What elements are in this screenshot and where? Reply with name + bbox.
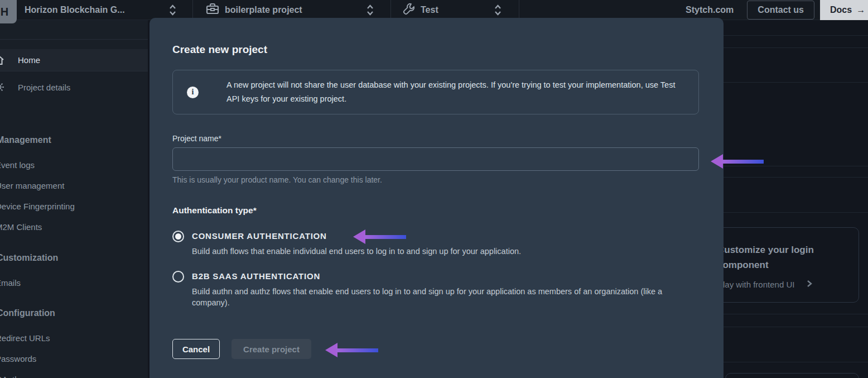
project-switcher-label: boilerplate project: [225, 5, 302, 15]
sidebar-section-customization: Customization: [0, 253, 58, 263]
wrench-icon: [403, 3, 415, 17]
project-name-input[interactable]: [172, 147, 699, 171]
topbar: H Horizon Blockchain G... boilerplate pr…: [0, 0, 868, 20]
stytch-com-link[interactable]: Stytch.com: [686, 5, 734, 15]
sidebar-section-management: Management: [0, 135, 51, 145]
sidebar-item-event-logs[interactable]: Event logs: [0, 160, 35, 170]
radio-option-b2b[interactable]: B2B SAAS AUTHENTICATION Build authn and …: [172, 271, 701, 308]
gear-icon: [0, 82, 6, 93]
environment-switcher[interactable]: Test: [403, 0, 438, 20]
info-banner: i A new project will not share the user …: [172, 70, 699, 114]
radio-consumer-label: CONSUMER AUTHENTICATION: [192, 231, 701, 241]
chevron-right-icon: [806, 280, 813, 289]
sidebar-item-m2m-clients[interactable]: M2M Clients: [0, 222, 42, 232]
arrow-head: [711, 154, 723, 169]
home-icon: [0, 55, 6, 66]
bg-row-divider: [724, 362, 868, 362]
project-name-label: Project name*: [172, 134, 701, 143]
radio-consumer-description: Build auth flows that enable individual …: [192, 246, 697, 257]
bg-row-divider: [724, 212, 868, 213]
info-icon: i: [187, 87, 199, 98]
sidebar-section-configuration: Configuration: [0, 308, 55, 318]
create-project-button[interactable]: Create project: [232, 339, 311, 359]
login-component-card-title: Customize your login component: [717, 242, 837, 272]
chevron-updown-icon[interactable]: [366, 0, 374, 20]
radio-option-consumer[interactable]: CONSUMER AUTHENTICATION Build auth flows…: [172, 231, 701, 257]
bg-row-divider: [724, 82, 868, 83]
project-name-helper: This is usually your product name. You c…: [172, 175, 701, 184]
sidebar-item-home[interactable]: Home: [0, 49, 148, 71]
radio-b2b-label: B2B SAAS AUTHENTICATION: [192, 271, 701, 281]
arrow-right-icon: →: [856, 5, 865, 15]
sidebar-item-passwords[interactable]: Passwords: [0, 354, 36, 363]
page: Customize your login component Play with…: [0, 0, 868, 378]
sidebar-item-user-management[interactable]: User management: [0, 181, 64, 190]
annotation-arrow-create-button: [325, 343, 378, 357]
project-switcher[interactable]: boilerplate project: [206, 0, 302, 20]
chevron-updown-icon[interactable]: [168, 0, 177, 20]
arrow-tail: [364, 235, 406, 239]
sidebar-item-project-details[interactable]: Project details: [0, 76, 148, 98]
info-banner-text: A new project will not share the user da…: [226, 78, 689, 106]
topbar-divider: [192, 0, 193, 20]
radio-b2b-description: Build authn and authz flows that enable …: [192, 286, 697, 308]
org-switcher[interactable]: Horizon Blockchain G...: [25, 0, 125, 20]
contact-us-button[interactable]: Contact us: [747, 1, 814, 20]
chevron-updown-icon[interactable]: [494, 0, 502, 20]
auth-type-label: Authentication type*: [172, 205, 701, 216]
annotation-arrow-consumer-auth: [353, 229, 406, 244]
sidebar-item-device-fingerprinting[interactable]: Device Fingerprinting: [0, 202, 75, 211]
sidebar-divider: [0, 39, 148, 40]
frontend-ui-link-label: Play with frontend UI: [717, 280, 794, 289]
cancel-button[interactable]: Cancel: [172, 339, 220, 359]
frontend-ui-link[interactable]: Play with frontend UI: [717, 280, 847, 289]
sidebar-item-label: Home: [18, 55, 40, 65]
workspace-logo[interactable]: H: [0, 0, 17, 23]
radio-b2b-unselected[interactable]: [172, 271, 184, 283]
briefcase-icon: [206, 3, 219, 17]
docs-button[interactable]: Docs →: [820, 0, 868, 20]
environment-switcher-label: Test: [421, 5, 438, 15]
org-switcher-label: Horizon Blockchain G...: [25, 5, 125, 15]
sidebar-item-oauth[interactable]: OAuth: [0, 375, 20, 378]
arrow-head: [325, 343, 337, 357]
arrow-tail: [722, 160, 764, 164]
arrow-head: [353, 229, 365, 244]
sidebar-item-emails[interactable]: Emails: [0, 278, 21, 288]
bg-card-partial: [725, 373, 859, 378]
bg-row-divider: [724, 327, 868, 327]
arrow-tail: [336, 348, 378, 352]
topbar-divider: [390, 0, 391, 20]
bg-row-divider: [724, 314, 868, 314]
bg-row-divider: [724, 177, 868, 178]
sidebar-item-label: Project details: [18, 83, 70, 92]
radio-consumer-selected[interactable]: [172, 231, 184, 242]
login-component-card: Customize your login component Play with…: [706, 227, 859, 303]
create-project-modal: Create new project i A new project will …: [150, 18, 724, 378]
bg-row-divider: [724, 47, 868, 48]
sidebar-item-redirect-urls[interactable]: Redirect URLs: [0, 333, 50, 343]
annotation-arrow-project-name-input: [711, 154, 764, 169]
bg-row-divider: [724, 35, 868, 36]
topbar-divider: [519, 0, 519, 20]
modal-title: Create new project: [172, 44, 701, 56]
sidebar: Home Project details Management Event lo…: [0, 20, 148, 378]
